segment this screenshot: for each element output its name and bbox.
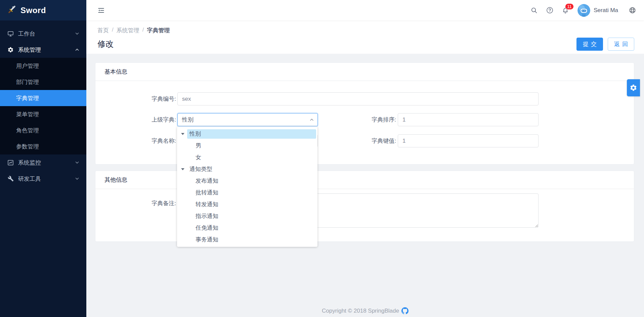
back-button[interactable]: 返回: [608, 38, 634, 51]
sidebar-item-system-mgmt[interactable]: 系统管理: [0, 42, 86, 58]
breadcrumb-current: 字典管理: [147, 27, 170, 34]
copyright-text: Copyright © 2018 SpringBlade: [322, 308, 399, 314]
app-title: Sword: [20, 6, 46, 15]
sidebar: Sword 工作台 系统管理 用户: [0, 0, 86, 317]
top-header: 11 Serati Ma: [86, 0, 644, 20]
caret-down-icon[interactable]: [181, 168, 184, 170]
sidebar-item-menu-mgmt[interactable]: 菜单管理: [0, 106, 86, 122]
chevron-down-icon: [75, 32, 79, 35]
notifications-bell[interactable]: 11: [562, 7, 569, 14]
chevron-down-icon: [75, 177, 79, 180]
dict-key-input[interactable]: [398, 134, 539, 147]
tree-node-approve-notice[interactable]: 批转通知: [177, 187, 317, 198]
page-head: 首页 / 系统管理 / 字典管理 修改 提交 返回: [86, 20, 644, 54]
github-icon[interactable]: [401, 307, 409, 314]
breadcrumb-separator: /: [142, 27, 144, 34]
tree-node-label: 性别: [187, 129, 316, 139]
footer: Copyright © 2018 SpringBlade: [86, 307, 644, 314]
globe-icon[interactable]: [629, 7, 636, 14]
sidebar-submenu: 用户管理 部门管理 字典管理 菜单管理 角色管理 参数管理: [0, 58, 86, 154]
parent-dict-label: 上级字典:: [126, 113, 176, 126]
tree-node-gender[interactable]: 性别: [177, 128, 317, 140]
app-root: Sword 工作台 系统管理 用户: [0, 0, 644, 317]
tree-node-label: 男: [193, 141, 204, 150]
sidebar-item-label: 系统管理: [18, 46, 75, 54]
sidebar-item-label: 研发工具: [18, 175, 75, 183]
chevron-up-icon: [75, 48, 79, 51]
dict-key-label: 字典键值:: [346, 134, 396, 147]
parent-dict-dropdown: 性别 男 女 通知类型 发布通知 批转通知 转发通知 指示通知 任免通知 事务通…: [177, 127, 317, 247]
chevron-down-icon: [75, 161, 79, 164]
help-icon[interactable]: [546, 7, 553, 14]
tree-node-label: 事务通知: [193, 235, 221, 244]
tree-node-label: 批转通知: [193, 188, 221, 197]
other-info-card: 其他信息 字典备注:: [95, 171, 634, 242]
tree-node-male[interactable]: 男: [177, 140, 317, 151]
parent-dict-selected-value: 性别: [182, 116, 194, 124]
user-menu[interactable]: Serati Ma: [577, 4, 618, 17]
tree-node-forward-notice[interactable]: 转发通知: [177, 198, 317, 210]
sidebar-item-dict-mgmt[interactable]: 字典管理: [0, 90, 86, 106]
tree-node-label: 女: [193, 153, 204, 162]
sidebar-item-dev-tools[interactable]: 研发工具: [0, 171, 86, 187]
caret-down-icon[interactable]: [181, 133, 184, 135]
menu-fold-icon[interactable]: [97, 7, 105, 14]
tree-node-label: 转发通知: [193, 200, 221, 209]
sidebar-item-role-mgmt[interactable]: 角色管理: [0, 122, 86, 138]
tree-node-label: 发布通知: [193, 176, 221, 186]
sidebar-item-label: 系统监控: [18, 159, 75, 167]
search-icon[interactable]: [531, 7, 538, 14]
card-title: 基本信息: [95, 63, 634, 81]
dict-name-label: 字典名称:: [126, 134, 176, 147]
dagger-icon: [7, 5, 16, 15]
theme-settings-button[interactable]: [627, 79, 640, 96]
header-actions: 11 Serati Ma: [522, 4, 636, 17]
tree-node-affair-notice[interactable]: 事务通知: [177, 234, 317, 245]
breadcrumb: 首页 / 系统管理 / 字典管理: [97, 27, 634, 34]
breadcrumb-home[interactable]: 首页: [97, 27, 109, 34]
sidebar-item-dept-mgmt[interactable]: 部门管理: [0, 74, 86, 90]
sidebar-item-system-monitor[interactable]: 系统监控: [0, 154, 86, 171]
user-name: Serati Ma: [594, 7, 618, 14]
sidebar-item-user-mgmt[interactable]: 用户管理: [0, 58, 86, 74]
tool-icon: [7, 176, 14, 182]
dict-code-label: 字典编号:: [126, 92, 176, 105]
page-title: 修改: [97, 39, 634, 49]
app-logo: Sword: [0, 0, 86, 20]
gear-icon: [7, 47, 14, 53]
submit-button[interactable]: 提交: [576, 38, 603, 51]
sidebar-item-param-mgmt[interactable]: 参数管理: [0, 138, 86, 154]
tree-node-appoint-notice[interactable]: 任免通知: [177, 222, 317, 234]
dict-code-input[interactable]: [177, 92, 539, 105]
dict-sort-label: 字典排序:: [346, 113, 396, 126]
chevron-up-icon: [310, 118, 314, 121]
breadcrumb-system-mgmt[interactable]: 系统管理: [117, 27, 139, 34]
dict-remark-label: 字典备注:: [126, 197, 176, 210]
tree-node-female[interactable]: 女: [177, 151, 317, 163]
tree-node-notice-type[interactable]: 通知类型: [177, 163, 317, 175]
tree-node-label: 指示通知: [193, 212, 221, 221]
chart-icon: [7, 160, 14, 166]
parent-dict-select[interactable]: 性别: [177, 113, 318, 126]
tree-node-label: 通知类型: [187, 165, 215, 174]
dict-sort-input[interactable]: [398, 113, 539, 126]
gear-icon: [630, 84, 637, 92]
avatar: [577, 4, 590, 17]
tree-node-label: 任免通知: [193, 223, 221, 233]
breadcrumb-separator: /: [112, 27, 114, 34]
notification-badge: 11: [565, 3, 574, 10]
monitor-icon: [7, 31, 14, 37]
tree-node-instruct-notice[interactable]: 指示通知: [177, 210, 317, 222]
tree-node-publish-notice[interactable]: 发布通知: [177, 175, 317, 187]
sidebar-item-workbench[interactable]: 工作台: [0, 26, 86, 42]
sidebar-item-label: 工作台: [18, 30, 75, 38]
page-actions: 提交 返回: [576, 38, 634, 51]
card-title: 其他信息: [95, 171, 634, 189]
basic-info-card: 基本信息 字典编号: 上级字典: 性别 字典排序: 字典名称: 字典键值:: [95, 62, 634, 165]
